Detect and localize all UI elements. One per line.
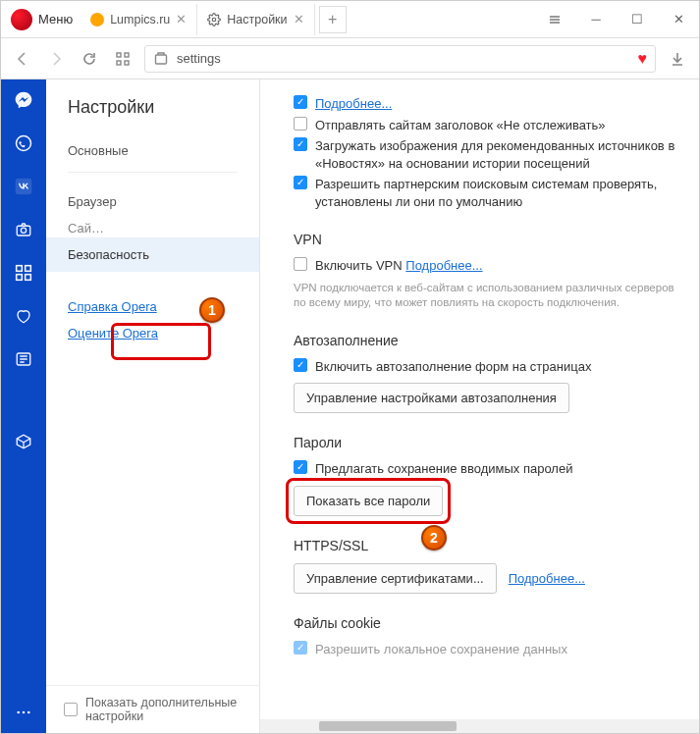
checkbox-icon[interactable]: ✓ <box>294 176 307 189</box>
checkbox-icon[interactable]: ✓ <box>294 641 307 655</box>
checkbox-unchecked-icon[interactable] <box>64 703 78 716</box>
settings-sidenav: Настройки Основные Браузер Сай… Безопасн… <box>46 79 260 733</box>
favicon-lumpics-icon <box>90 13 104 26</box>
option-dnt: Отправлять сайтам заголовок «Не отслежив… <box>315 117 606 134</box>
option-offer-save-passwords: Предлагать сохранение вводимых паролей <box>315 460 572 478</box>
svg-rect-4 <box>125 61 129 65</box>
section-https: HTTPS/SSL <box>294 538 681 553</box>
settings-title: Настройки <box>46 97 259 133</box>
left-rail <box>1 79 46 733</box>
snapshot-icon[interactable] <box>13 219 34 240</box>
sidenav-link-rate[interactable]: Оцените Opera <box>46 324 259 350</box>
address-bar[interactable]: ♥ <box>144 45 656 73</box>
favicon-gear-icon <box>207 13 221 26</box>
svg-point-17 <box>27 711 30 714</box>
speed-dial-button[interactable] <box>111 47 135 71</box>
https-more-link[interactable]: Подробнее... <box>509 571 585 586</box>
messenger-icon[interactable] <box>13 89 34 111</box>
whatsapp-icon[interactable] <box>13 132 34 154</box>
scrollbar-thumb[interactable] <box>319 721 457 731</box>
sidenav-item-basic[interactable]: Основные <box>46 133 259 168</box>
option-load-images: Загружать изображения для рекомендованны… <box>315 137 681 172</box>
close-icon[interactable]: ✕ <box>176 12 187 26</box>
back-button[interactable] <box>11 47 34 71</box>
svg-rect-12 <box>17 275 23 281</box>
svg-rect-2 <box>125 53 129 57</box>
reload-button[interactable] <box>78 47 101 71</box>
show-advanced-label: Показать дополнительные настройки <box>85 696 242 723</box>
manage-autofill-button[interactable]: Управление настройками автозаполнения <box>294 383 569 413</box>
forward-button[interactable] <box>44 47 68 71</box>
titlebar: Меню Lumpics.ru ✕ Настройки ✕ + ─ ☐ ✕ <box>1 1 699 38</box>
tab-settings[interactable]: Настройки ✕ <box>197 4 314 35</box>
tab-lumpics[interactable]: Lumpics.ru ✕ <box>81 4 197 35</box>
show-advanced-row[interactable]: Показать дополнительные настройки <box>46 685 259 733</box>
section-vpn: VPN <box>294 232 681 247</box>
tab-title: Настройки <box>227 13 287 26</box>
show-all-passwords-button[interactable]: Показать все пароли <box>294 486 443 516</box>
bookmarks-rail-icon[interactable] <box>13 305 34 327</box>
option-autofill-enable: Включить автозаполнение форм на страница… <box>315 358 591 376</box>
svg-rect-1 <box>117 53 121 57</box>
checkbox-icon[interactable] <box>294 117 307 131</box>
checkbox-icon[interactable]: ✓ <box>294 95 307 109</box>
maximize-button[interactable]: ☐ <box>617 1 658 38</box>
svg-point-16 <box>23 711 26 714</box>
option-allow-partner: Разрешить партнерским поисковым системам… <box>315 176 681 210</box>
vpn-hint: VPN подключается к веб-сайтам с использо… <box>294 281 681 311</box>
sidenav-link-help[interactable]: Справка Opera <box>46 289 259 324</box>
svg-point-9 <box>21 228 26 233</box>
minimize-button[interactable]: ─ <box>575 1 617 38</box>
svg-rect-11 <box>26 266 31 272</box>
news-rail-icon[interactable] <box>13 348 34 370</box>
new-tab-button[interactable]: + <box>319 6 347 33</box>
svg-rect-5 <box>156 55 167 64</box>
checkbox-icon[interactable] <box>294 257 307 271</box>
section-autofill: Автозаполнение <box>294 333 681 348</box>
address-input[interactable] <box>177 51 630 66</box>
svg-point-6 <box>17 136 31 151</box>
rail-more-icon[interactable] <box>13 702 34 723</box>
horizontal-scrollbar[interactable] <box>260 719 699 733</box>
toolbar: ♥ <box>1 38 699 79</box>
history-rail-icon[interactable] <box>13 431 34 452</box>
section-passwords: Пароли <box>294 435 681 450</box>
settings-content: ✓Подробнее... Отправлять сайтам заголово… <box>260 79 699 733</box>
manage-certificates-button[interactable]: Управление сертификатами... <box>294 563 497 594</box>
svg-rect-13 <box>26 275 31 281</box>
menu-button[interactable]: Меню <box>38 12 73 26</box>
option-vpn-enable: Включить VPN Подробнее... <box>315 257 483 275</box>
close-button[interactable]: ✕ <box>658 1 699 38</box>
option-cookies-partial: Разрешить локальное сохранение данных <box>315 641 567 658</box>
svg-point-0 <box>213 18 217 22</box>
sidenav-item-browser[interactable]: Браузер <box>46 177 259 219</box>
sidenav-item-sites-partial[interactable]: Сай… <box>46 219 259 237</box>
svg-point-15 <box>17 711 20 714</box>
checkbox-icon[interactable]: ✓ <box>294 137 307 151</box>
window-menu-icon[interactable] <box>534 1 575 38</box>
checkbox-icon[interactable]: ✓ <box>294 358 307 372</box>
speed-dial-rail-icon[interactable] <box>13 262 34 284</box>
bookmark-heart-icon[interactable]: ♥ <box>638 50 648 68</box>
section-cookies: Файлы cookie <box>294 615 681 631</box>
downloads-button[interactable] <box>666 47 689 71</box>
sidenav-item-security[interactable]: Безопасность <box>46 237 259 272</box>
more-link[interactable]: Подробнее... <box>315 95 392 113</box>
close-icon[interactable]: ✕ <box>294 12 304 26</box>
svg-rect-3 <box>117 61 121 65</box>
vk-icon[interactable] <box>13 176 34 197</box>
tab-title: Lumpics.ru <box>110 13 170 26</box>
svg-rect-10 <box>17 266 23 272</box>
page-info-icon[interactable] <box>153 51 169 67</box>
checkbox-icon[interactable]: ✓ <box>294 460 307 474</box>
opera-logo-icon <box>11 9 32 30</box>
vpn-more-link[interactable]: Подробнее... <box>405 258 482 273</box>
